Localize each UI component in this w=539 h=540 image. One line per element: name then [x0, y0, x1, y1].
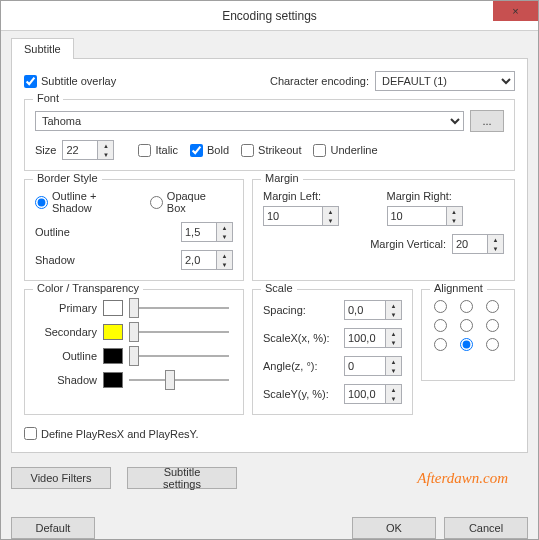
margin-left-spinner[interactable]: ▲▼ — [263, 206, 381, 226]
secondary-slider[interactable] — [129, 331, 229, 333]
overlay-cb-input[interactable] — [24, 75, 37, 88]
tab-subtitle[interactable]: Subtitle — [11, 38, 74, 59]
size-label: Size — [35, 144, 56, 156]
scale-group: Scale Spacing:▲▼ ScaleX(x, %):▲▼ Angle(z… — [252, 289, 413, 415]
margin-group: Margin Margin Left: ▲▼ Margin Right: ▲▼ … — [252, 179, 515, 281]
spin-down-icon[interactable]: ▼ — [488, 244, 503, 253]
font-legend: Font — [33, 92, 63, 104]
alignment-radio-8[interactable] — [484, 338, 504, 351]
font-group: Font Tahoma ... Size ▲▼ Italic Bold Stri… — [24, 99, 515, 171]
spin-up-icon[interactable]: ▲ — [386, 385, 401, 394]
italic-checkbox[interactable]: Italic — [138, 144, 178, 157]
tab-bar: Subtitle — [11, 37, 528, 59]
size-input[interactable] — [62, 140, 98, 160]
spin-up-icon[interactable]: ▲ — [98, 141, 113, 150]
alignment-radio-1[interactable] — [458, 300, 478, 313]
spin-down-icon[interactable]: ▼ — [323, 216, 338, 225]
scalex-spinner[interactable]: ▲▼ — [344, 328, 402, 348]
margin-vertical-spinner[interactable]: ▲▼ — [452, 234, 504, 254]
encoding-select[interactable]: DEFAULT (1) — [375, 71, 515, 91]
video-filters-button[interactable]: Video Filters — [11, 467, 111, 489]
spin-down-icon[interactable]: ▼ — [386, 394, 401, 403]
alignment-group: Alignment — [421, 289, 515, 381]
font-select[interactable]: Tahoma — [35, 111, 464, 131]
outline-slider[interactable] — [129, 355, 229, 357]
ok-button[interactable]: OK — [352, 517, 436, 539]
spacing-spinner[interactable]: ▲▼ — [344, 300, 402, 320]
alignment-radio-4[interactable] — [458, 319, 478, 332]
playres-checkbox[interactable]: Define PlayResX and PlayResY. — [24, 427, 199, 440]
spin-up-icon[interactable]: ▲ — [323, 207, 338, 216]
outline-spinner[interactable]: ▲▼ — [181, 222, 233, 242]
spin-down-icon[interactable]: ▼ — [447, 216, 462, 225]
spin-down-icon[interactable]: ▼ — [386, 338, 401, 347]
alignment-radio-0[interactable] — [432, 300, 452, 313]
watermark: Afterdawn.com — [417, 470, 508, 487]
subtitle-settings-button[interactable]: Subtitle settings — [127, 467, 237, 489]
primary-slider[interactable] — [129, 307, 229, 309]
secondary-swatch[interactable] — [103, 324, 123, 340]
shadow-slider[interactable] — [129, 379, 229, 381]
shadow-swatch[interactable] — [103, 372, 123, 388]
angle-spinner[interactable]: ▲▼ — [344, 356, 402, 376]
alignment-radio-5[interactable] — [484, 319, 504, 332]
alignment-radio-6[interactable] — [432, 338, 452, 351]
strikeout-checkbox[interactable]: Strikeout — [241, 144, 301, 157]
encoding-label: Character encoding: — [270, 75, 369, 87]
cancel-button[interactable]: Cancel — [444, 517, 528, 539]
spin-down-icon[interactable]: ▼ — [386, 310, 401, 319]
spin-up-icon[interactable]: ▲ — [386, 301, 401, 310]
alignment-radio-7[interactable] — [458, 338, 478, 351]
scaley-spinner[interactable]: ▲▼ — [344, 384, 402, 404]
spin-down-icon[interactable]: ▼ — [217, 260, 232, 269]
spin-down-icon[interactable]: ▼ — [217, 232, 232, 241]
close-icon: × — [512, 5, 518, 17]
spin-up-icon[interactable]: ▲ — [386, 357, 401, 366]
outline-swatch[interactable] — [103, 348, 123, 364]
spin-up-icon[interactable]: ▲ — [217, 251, 232, 260]
spin-up-icon[interactable]: ▲ — [217, 223, 232, 232]
spin-down-icon[interactable]: ▼ — [386, 366, 401, 375]
spin-up-icon[interactable]: ▲ — [447, 207, 462, 216]
title-bar: Encoding settings × — [1, 1, 538, 31]
underline-checkbox[interactable]: Underline — [313, 144, 377, 157]
spin-down-icon[interactable]: ▼ — [98, 150, 113, 159]
subtitle-overlay-checkbox[interactable]: Subtitle overlay — [24, 75, 116, 88]
bold-checkbox[interactable]: Bold — [190, 144, 229, 157]
alignment-radio-3[interactable] — [432, 319, 452, 332]
spin-up-icon[interactable]: ▲ — [488, 235, 503, 244]
outline-shadow-radio[interactable]: Outline + Shadow — [35, 190, 138, 214]
overlay-label: Subtitle overlay — [41, 75, 116, 87]
size-spinner[interactable]: ▲▼ — [62, 140, 114, 160]
spin-up-icon[interactable]: ▲ — [386, 329, 401, 338]
color-group: Color / Transparency Primary Secondary O… — [24, 289, 244, 415]
shadow-spinner[interactable]: ▲▼ — [181, 250, 233, 270]
margin-right-spinner[interactable]: ▲▼ — [387, 206, 505, 226]
opaque-box-radio[interactable]: Opaque Box — [150, 190, 227, 214]
font-browse-button[interactable]: ... — [470, 110, 504, 132]
alignment-radio-2[interactable] — [484, 300, 504, 313]
window-title: Encoding settings — [222, 9, 317, 23]
close-button[interactable]: × — [493, 1, 538, 21]
primary-swatch[interactable] — [103, 300, 123, 316]
alignment-grid — [432, 300, 504, 351]
default-button[interactable]: Default — [11, 517, 95, 539]
border-group: Border Style Outline + Shadow Opaque Box… — [24, 179, 244, 281]
